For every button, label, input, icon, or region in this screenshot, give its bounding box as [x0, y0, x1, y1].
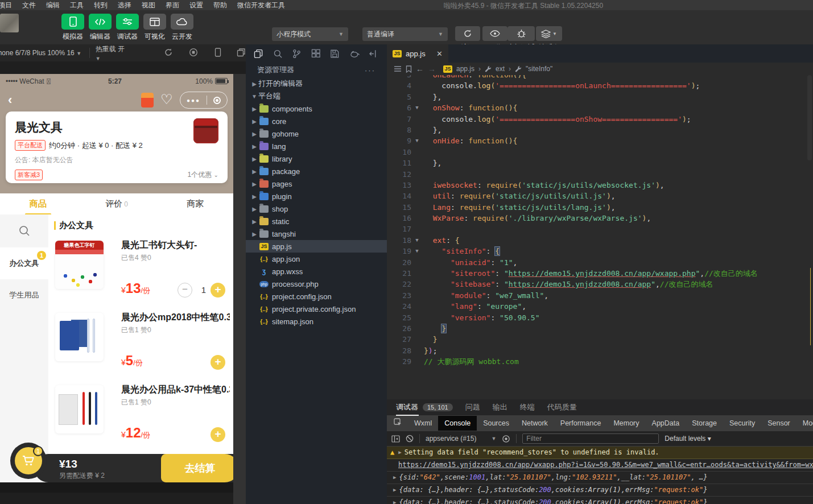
- panel-tab-终端[interactable]: 终端: [520, 402, 535, 412]
- breadcrumb-symbol[interactable]: "siteInfo": [526, 65, 552, 73]
- file-app.js[interactable]: JSapp.js: [246, 240, 387, 253]
- file-sitemap.json[interactable]: {..}sitemap.json: [246, 315, 387, 328]
- inspect-element-icon[interactable]: [387, 418, 408, 428]
- collapse-panel-icon[interactable]: [369, 49, 379, 59]
- target-close-icon[interactable]: [213, 97, 221, 104]
- devtools-tab-Security[interactable]: Security: [723, 416, 761, 431]
- folder-plugin[interactable]: ▶plugin: [246, 190, 387, 203]
- toolbar-button-5[interactable]: 云开发: [166, 14, 198, 42]
- folder-static[interactable]: ▶static: [246, 215, 387, 228]
- folder-lang[interactable]: ▶lang: [246, 140, 387, 152]
- save-icon[interactable]: [330, 49, 340, 59]
- devtools-tab-Wxml[interactable]: Wxml: [408, 416, 438, 431]
- file-project.config.json[interactable]: {..}project.config.json: [246, 290, 387, 303]
- disclosure-icon[interactable]: ▶: [393, 472, 396, 484]
- add-to-cart-button[interactable]: +: [211, 355, 225, 370]
- disclosure-icon[interactable]: ▶: [393, 484, 396, 496]
- reload-icon[interactable]: [164, 48, 173, 59]
- shop-tab-商品[interactable]: 商品: [28, 195, 48, 213]
- project-root[interactable]: ▼ 平台端: [246, 90, 387, 102]
- category-item[interactable]: 办公文具1: [0, 247, 48, 279]
- panel-toggle-icon[interactable]: [391, 435, 400, 443]
- console-object-row[interactable]: ▶{sid: "642", scene: 1001, lat: "25.1011…: [387, 472, 813, 484]
- breadcrumb-file[interactable]: app.js: [456, 65, 474, 73]
- category-item[interactable]: 学生用品: [0, 279, 48, 311]
- folder-package[interactable]: ▶package: [246, 165, 387, 177]
- bookmark-icon[interactable]: [406, 65, 412, 73]
- device-select[interactable]: iPhone 6/7/8 Plus 100% 16 ▼: [0, 49, 84, 57]
- devtools-tab-Mock[interactable]: Mock: [797, 416, 813, 431]
- menu-item[interactable]: 设置: [184, 1, 208, 10]
- folder-components[interactable]: ▶components: [246, 102, 387, 115]
- fold-icon[interactable]: ▼: [413, 102, 421, 113]
- menu-item[interactable]: 工具: [65, 1, 89, 10]
- folder-library[interactable]: ▶library: [246, 152, 387, 165]
- file-processor.php[interactable]: phpprocessor.php: [246, 278, 387, 290]
- menu-item[interactable]: 视图: [137, 1, 160, 10]
- user-avatar[interactable]: [0, 14, 19, 32]
- breadcrumb-scope[interactable]: ext: [496, 65, 505, 73]
- file-project.private.config.json[interactable]: {..}project.private.config.json: [246, 303, 387, 315]
- open-editors-section[interactable]: ▶ 打开的编辑器: [246, 77, 387, 90]
- devtools-tab-AppData[interactable]: AppData: [646, 416, 686, 431]
- panel-tab-调试器[interactable]: 调试器15, 101: [396, 402, 453, 412]
- filter-input[interactable]: Filter: [522, 433, 659, 444]
- windows-icon[interactable]: [237, 48, 246, 59]
- menu-item[interactable]: 编辑: [41, 1, 65, 10]
- git-branch-icon[interactable]: [292, 49, 302, 59]
- tab-appjs[interactable]: JS app.js ✕: [387, 44, 448, 63]
- disclosure-icon[interactable]: ▶: [398, 447, 401, 458]
- panel-tab-问题[interactable]: 问题: [465, 402, 480, 412]
- clear-console-icon[interactable]: [406, 435, 414, 443]
- cart-button[interactable]: 1: [10, 443, 47, 479]
- console-object-row[interactable]: ▶{data: {…}, header: {…}, statusCode: 20…: [387, 484, 813, 497]
- devtools-tab-Console[interactable]: Console: [438, 416, 477, 431]
- compile-select[interactable]: 普通编译 ▼: [362, 27, 448, 41]
- more-actions-icon[interactable]: ···: [365, 66, 375, 75]
- code-area[interactable]: 3 onLaunch: function(){4 console.log('==…: [387, 75, 813, 399]
- devtools-tab-Storage[interactable]: Storage: [686, 416, 723, 431]
- back-icon[interactable]: ‹: [8, 93, 12, 108]
- shop-tab-评价[interactable]: 评价0: [104, 195, 129, 213]
- menu-item[interactable]: 界面: [160, 1, 184, 10]
- close-icon[interactable]: ✕: [436, 49, 443, 58]
- disclosure-icon[interactable]: ▶: [393, 497, 396, 504]
- minus-button[interactable]: −: [178, 283, 192, 298]
- checkout-button[interactable]: 去结算: [161, 454, 233, 482]
- favorite-heart-icon[interactable]: ♡: [160, 92, 173, 108]
- shop-tab-商家[interactable]: 商家: [185, 195, 205, 213]
- console-warning-row[interactable]: ▲▶Setting data field "recommend_stores" …: [387, 447, 813, 459]
- menu-item[interactable]: 转到: [89, 1, 113, 10]
- editor-scrollbar[interactable]: [807, 75, 812, 160]
- hot-reload-toggle[interactable]: 热重载 开 ▼: [96, 44, 129, 62]
- devtools-tab-Network[interactable]: Network: [515, 416, 554, 431]
- folder-gohome[interactable]: ▶gohome: [246, 127, 387, 140]
- red-envelope-icon[interactable]: [141, 93, 154, 108]
- record-icon[interactable]: [189, 48, 198, 59]
- panel-tab-代码质量[interactable]: 代码质量: [547, 402, 577, 412]
- folder-pages[interactable]: ▶pages: [246, 177, 387, 190]
- file-app.wxss[interactable]: ʒapp.wxss: [246, 265, 387, 278]
- devtools-tab-Sources[interactable]: Sources: [477, 416, 515, 431]
- eye-target-icon[interactable]: [502, 435, 510, 443]
- console-object-row[interactable]: ▶{data: {…}, header: {…}, statusCode: 20…: [387, 497, 813, 504]
- nav-back-icon[interactable]: ←: [416, 64, 424, 73]
- fold-icon[interactable]: ▼: [413, 135, 421, 146]
- folder-shop[interactable]: ▶shop: [246, 203, 387, 215]
- menu-item[interactable]: 帮助: [208, 1, 232, 10]
- file-app.json[interactable]: {..}app.json: [246, 253, 387, 265]
- console-link-row[interactable]: https://demo15.ynjdzzd008.cn/app/wxapp.p…: [387, 459, 813, 472]
- menu-item[interactable]: 微信开发者工具: [232, 1, 290, 10]
- extensions-icon[interactable]: [311, 49, 321, 59]
- search-icon[interactable]: [273, 49, 283, 59]
- devtools-tab-Performance[interactable]: Performance: [554, 416, 608, 431]
- fold-icon[interactable]: ▼: [413, 246, 421, 257]
- menu-item[interactable]: 项目: [0, 1, 17, 10]
- nav-forward-icon[interactable]: →: [428, 64, 436, 73]
- more-dots-icon[interactable]: ●●●: [187, 97, 200, 104]
- mode-select[interactable]: 小程序模式 ▼: [272, 27, 348, 41]
- search-button[interactable]: [0, 214, 48, 247]
- console-link[interactable]: https://demo15.ynjdzzd008.cn/app/wxapp.p…: [398, 459, 813, 471]
- devtools-tab-Sensor[interactable]: Sensor: [761, 416, 797, 431]
- coupons-toggle[interactable]: 1个优惠 ⌄: [188, 170, 218, 180]
